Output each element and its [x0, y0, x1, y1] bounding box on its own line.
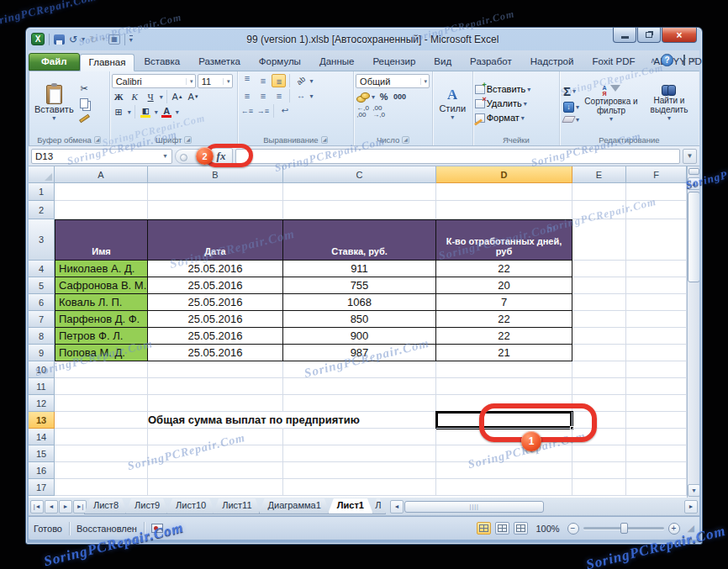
format-cells-button[interactable]: Формат ▾ [475, 113, 557, 123]
cell-D3[interactable]: К-во отработанных дней, руб [436, 219, 572, 261]
cell-D4[interactable]: 22 [436, 261, 572, 277]
cell-F8[interactable] [626, 328, 687, 345]
cell-F5[interactable] [626, 277, 687, 294]
row-header-7[interactable]: 7 [29, 311, 55, 328]
fill-color-button[interactable]: ◧ [139, 105, 153, 119]
row-header-12[interactable]: 12 [29, 395, 55, 412]
zoom-out-button[interactable]: − [567, 523, 579, 535]
merge-center-button[interactable]: ↔ [293, 89, 308, 103]
tab-prev-icon[interactable]: ◄ [45, 500, 58, 514]
row-header-9[interactable]: 9 [29, 345, 55, 361]
cell-D12[interactable] [436, 395, 572, 412]
cell-B8[interactable]: 25.05.2016 [148, 328, 283, 345]
sheet-tab-лист10[interactable]: Лист10 [166, 498, 215, 514]
cell-C10[interactable] [283, 361, 436, 378]
row-header-13[interactable]: 13 [29, 412, 55, 429]
cell-C3[interactable]: Ставка, руб. [283, 219, 436, 261]
cell-C16[interactable] [283, 462, 436, 479]
formula-input[interactable] [235, 149, 680, 164]
cell-A11[interactable] [55, 378, 148, 395]
sheet-tab-диаграмма1[interactable]: Диаграмма1 [259, 498, 330, 514]
ribbon-tab-главная[interactable]: Главная [80, 54, 135, 71]
cell-E5[interactable] [572, 277, 626, 294]
sheet-tab-лист11[interactable]: Лист11 [213, 498, 261, 514]
sheet-tab-лист1[interactable]: Лист1 [328, 498, 373, 514]
column-header-B[interactable]: B [148, 166, 283, 183]
cell-E13[interactable] [572, 412, 626, 429]
font-name-combo[interactable]: Calibri▾ [112, 74, 196, 88]
cell-E16[interactable] [572, 462, 626, 479]
horizontal-scrollbar[interactable]: ◄||||► [390, 500, 698, 514]
formula-bar-expand-icon[interactable]: ▼ [683, 149, 697, 164]
name-box-dropdown-icon[interactable]: ▼ [162, 153, 168, 159]
cell-B12[interactable] [148, 395, 283, 412]
row-header-15[interactable]: 15 [29, 445, 55, 462]
cell-E12[interactable] [572, 395, 626, 412]
cell-F11[interactable] [626, 378, 687, 395]
fill-color-dropdown-icon[interactable]: ▾ [155, 108, 158, 116]
hscroll-left-icon[interactable]: ◄ [390, 500, 404, 514]
row-header-11[interactable]: 11 [29, 378, 55, 395]
fill-dropdown-icon[interactable]: ▾ [576, 103, 579, 111]
undo-icon[interactable]: ↺ [68, 34, 78, 45]
cell-B5[interactable]: 25.05.2016 [148, 277, 283, 294]
clear-dropdown-icon[interactable]: ▾ [576, 116, 579, 124]
decrease-decimal-button[interactable]: ,00→,0 [372, 105, 386, 119]
cut-button[interactable]: ✂ [77, 82, 92, 95]
clipboard-dialog-launcher-icon[interactable]: ◢ [94, 136, 102, 144]
cell-C5[interactable]: 755 [283, 277, 436, 294]
cell-B4[interactable]: 25.05.2016 [148, 261, 283, 277]
cell-A12[interactable] [55, 395, 148, 412]
cell-A10[interactable] [55, 361, 148, 378]
cell-A9[interactable]: Попова М. Д. [55, 345, 148, 361]
cell-E14[interactable] [572, 429, 626, 445]
ribbon-tab-разработ[interactable]: Разработ [461, 53, 521, 71]
cell-A1[interactable] [55, 183, 148, 201]
normal-view-button[interactable] [477, 522, 491, 535]
zoom-level[interactable]: 100% [535, 524, 559, 534]
column-header-E[interactable]: E [572, 166, 626, 183]
cell-C2[interactable] [283, 201, 436, 219]
column-header-D[interactable]: D [436, 166, 572, 183]
cell-D10[interactable] [436, 361, 572, 378]
orientation-dropdown-icon[interactable]: ▾ [309, 77, 313, 85]
redo-icon[interactable]: ↻ [88, 34, 98, 45]
undo-dropdown-icon[interactable]: ▾ [82, 35, 85, 43]
cell-F9[interactable] [626, 345, 687, 361]
collapse-ribbon-icon[interactable]: ∧ [650, 56, 656, 65]
copy-button[interactable] [77, 97, 92, 110]
cell-E1[interactable] [572, 183, 626, 201]
vertical-scroll-thumb[interactable] [688, 192, 699, 282]
row-header-2[interactable]: 2 [29, 201, 55, 219]
cell-C1[interactable] [283, 183, 436, 201]
page-break-view-button[interactable] [514, 522, 528, 535]
macro-record-icon[interactable] [151, 524, 163, 533]
zoom-slider-thumb[interactable] [620, 523, 628, 534]
underline-dropdown-icon[interactable]: ▾ [160, 93, 163, 101]
row-header-14[interactable]: 14 [29, 429, 55, 445]
bold-button[interactable]: Ж [112, 90, 126, 103]
cell-B6[interactable]: 25.05.2016 [148, 294, 283, 311]
formula-bar-grip[interactable] [175, 149, 207, 164]
doc-restore-icon[interactable] [683, 56, 685, 65]
cell-C7[interactable]: 850 [283, 311, 436, 328]
cell-A16[interactable] [55, 462, 148, 479]
cell-F6[interactable] [626, 294, 687, 311]
cell-B15[interactable] [148, 445, 283, 462]
ribbon-tab-foxit-pdf[interactable]: Foxit PDF [583, 53, 644, 71]
shrink-font-button[interactable]: А▼ [187, 90, 201, 103]
cell-B9[interactable]: 25.05.2016 [148, 345, 283, 361]
underline-button[interactable]: Ч [144, 90, 158, 103]
insert-cells-button[interactable]: Вставить ▾ [475, 84, 557, 94]
cell-F16[interactable] [626, 462, 687, 479]
cell-D17[interactable] [436, 479, 572, 496]
row-header-10[interactable]: 10 [29, 361, 55, 378]
font-size-combo[interactable]: 11▾ [198, 74, 233, 88]
cell-B14[interactable] [148, 429, 283, 445]
close-button[interactable]: × [662, 28, 697, 43]
cell-F15[interactable] [626, 445, 687, 462]
sheet-tab-partial[interactable]: Л [371, 498, 386, 514]
grow-font-button[interactable]: А▲ [171, 90, 185, 103]
tab-next-icon[interactable]: ► [59, 500, 72, 514]
cell-D8[interactable]: 22 [436, 328, 572, 345]
